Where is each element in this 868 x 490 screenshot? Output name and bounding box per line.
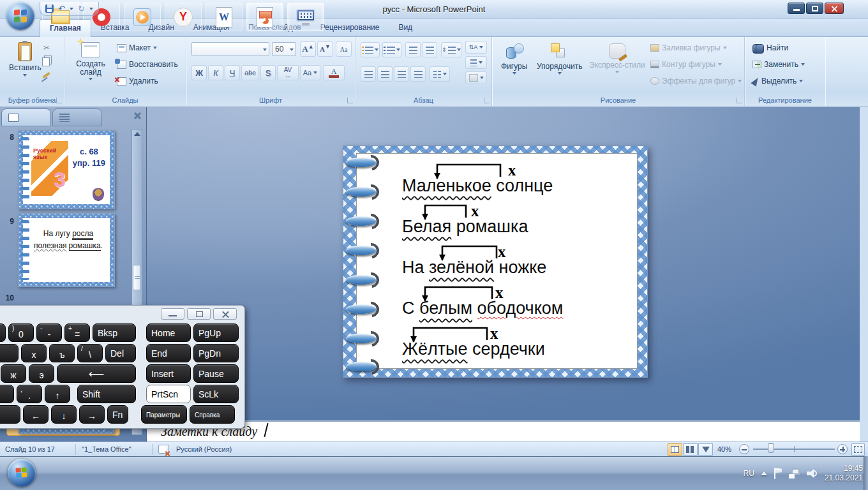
shadow-button[interactable]: S [260, 65, 276, 80]
zoom-in-button[interactable] [837, 444, 848, 454]
osk-key[interactable]: ↑ [45, 385, 70, 403]
osk-key[interactable]: ScLk [193, 385, 239, 403]
on-screen-keyboard[interactable]: )0--+=BkspHomePgUp хъ/\DelEndPgDn жэ⟵Ins… [0, 305, 245, 429]
delete-slide-button[interactable]: Удалить [117, 77, 158, 85]
slide-canvas[interactable]: х Маленькое солнце х Белая ромашка х На … [343, 145, 648, 378]
osk-close-button[interactable] [213, 308, 237, 320]
osk-key[interactable]: Shift [77, 385, 136, 403]
office-button[interactable] [6, 2, 34, 30]
character-spacing-button[interactable]: AV↔ [277, 65, 299, 80]
fit-to-window-button[interactable] [851, 443, 865, 456]
language-indicator[interactable]: Русский (Россия) [176, 445, 232, 453]
scrollbar-thumb[interactable] [133, 265, 141, 290]
quick-styles-button[interactable]: Экспресс-стили [589, 43, 645, 73]
notes-panel[interactable]: Заметки к слайду [147, 420, 860, 442]
select-button[interactable]: Выделить [752, 77, 803, 85]
slide-thumbnail-9[interactable]: На лугу росла полезная ромашка. [18, 213, 115, 287]
slide-sorter-button[interactable] [683, 443, 698, 456]
close-button[interactable] [825, 3, 844, 14]
font-size-combo[interactable]: 60 [272, 42, 296, 56]
copy-icon[interactable] [42, 57, 50, 66]
osk-maximize-button[interactable] [187, 308, 211, 320]
shape-outline-button[interactable]: Контур фигуры [650, 60, 722, 69]
align-left-button[interactable] [361, 66, 376, 82]
network-icon[interactable] [789, 468, 800, 479]
osk-key[interactable]: э [29, 364, 54, 383]
text-direction-button[interactable]: ⇅A [465, 41, 487, 54]
show-desktop-button[interactable] [864, 456, 868, 490]
zoom-slider-thumb[interactable] [768, 443, 774, 453]
osk-key[interactable]: ↓ [51, 405, 77, 424]
tab-slides[interactable] [1, 108, 51, 126]
bold-button[interactable]: Ж [191, 65, 207, 80]
osk-key[interactable]: += [64, 323, 90, 342]
osk-key[interactable]: ъ [49, 344, 75, 362]
replace-button[interactable]: Заменить [752, 60, 805, 69]
osk-key[interactable]: х [21, 344, 47, 362]
ribbon-tab[interactable]: Вид [389, 19, 422, 37]
tab-outline[interactable] [52, 108, 102, 126]
osk-key[interactable] [0, 323, 6, 342]
convert-smartart-button[interactable] [465, 71, 487, 84]
action-center-flag-icon[interactable] [774, 468, 782, 479]
zoom-out-button[interactable] [739, 444, 749, 454]
redo-icon[interactable]: ↻ [78, 4, 85, 13]
font-name-combo[interactable] [191, 42, 269, 56]
bullets-button[interactable] [361, 42, 380, 57]
osk-key[interactable]: PgDn [193, 344, 239, 362]
osk-key[interactable] [0, 405, 20, 424]
format-painter-icon[interactable] [42, 72, 50, 79]
shape-fill-button[interactable]: Заливка фигуры [650, 43, 727, 52]
italic-button[interactable]: К [208, 65, 223, 80]
osk-key[interactable]: ж [1, 364, 26, 383]
osk-key[interactable]: ,. [17, 385, 42, 403]
start-button[interactable] [8, 459, 36, 487]
taskbar-item-powerpoint[interactable] [246, 3, 283, 31]
font-dialog-launcher[interactable] [347, 98, 353, 103]
layout-button[interactable]: Макет [117, 43, 157, 52]
maximize-button[interactable] [806, 3, 823, 14]
hidden-icons-arrow[interactable] [761, 471, 767, 475]
align-right-button[interactable] [394, 66, 409, 82]
taskbar-item-osk[interactable] [287, 3, 324, 31]
change-case-button[interactable]: Aa [300, 65, 320, 80]
reset-button[interactable]: Восстановить [117, 60, 178, 69]
osk-key[interactable] [0, 385, 14, 403]
osk-key[interactable]: Del [105, 344, 136, 362]
new-slide-button[interactable]: Создать слайд [71, 42, 110, 80]
zoom-level[interactable]: 40% [717, 445, 731, 453]
osk-key[interactable]: Bksp [93, 323, 136, 342]
underline-button[interactable]: Ч [225, 65, 240, 80]
language-badge[interactable]: RU [744, 469, 754, 478]
minimize-button[interactable] [788, 3, 805, 14]
osk-key[interactable]: ⟵ [57, 364, 136, 383]
undo-icon[interactable]: ↶ [58, 4, 65, 13]
clipboard-dialog-launcher[interactable] [56, 98, 62, 103]
osk-key[interactable]: Fn [107, 405, 128, 424]
normal-view-button[interactable] [668, 443, 682, 456]
paragraph-dialog-launcher[interactable] [484, 98, 490, 103]
osk-key[interactable]: Pause [193, 364, 239, 383]
grow-font-button[interactable]: A▲ [300, 41, 316, 57]
osk-key[interactable]: Insert [146, 364, 191, 383]
decrease-indent-button[interactable] [405, 42, 421, 57]
taskbar-item-yandex[interactable]: Y [165, 3, 202, 31]
find-button[interactable]: Найти [752, 43, 788, 52]
line-spacing-button[interactable]: ⇕ [441, 42, 461, 57]
osk-key[interactable]: -- [36, 323, 62, 342]
qat-customize-icon[interactable] [89, 8, 93, 10]
spell-check-icon[interactable] [158, 445, 169, 454]
paste-button[interactable]: Вставить [9, 42, 41, 77]
shrink-font-button[interactable]: A▼ [317, 41, 333, 57]
numbering-button[interactable] [382, 42, 401, 57]
save-icon[interactable] [45, 4, 54, 13]
scroll-up-icon[interactable] [134, 132, 140, 136]
columns-button[interactable] [430, 66, 450, 82]
taskbar-item-word[interactable]: W [206, 3, 243, 31]
osk-key[interactable]: PgUp [193, 323, 239, 342]
clock[interactable]: 19:45 21.03.2021 [825, 464, 863, 483]
taskbar-item-media-player[interactable] [124, 3, 161, 31]
undo-dropdown-icon[interactable] [70, 8, 73, 10]
osk-key[interactable]: → [79, 405, 105, 424]
slideshow-button[interactable] [698, 443, 713, 456]
